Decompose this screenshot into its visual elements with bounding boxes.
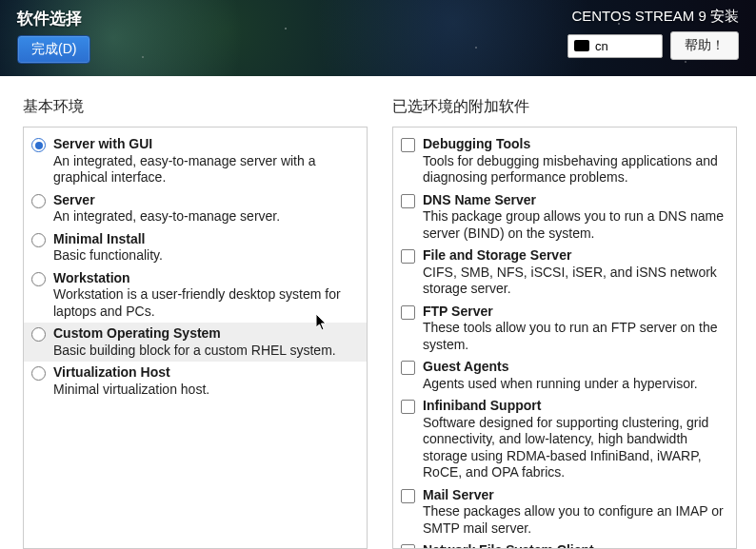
option-text: Debugging ToolsTools for debugging misbe… — [423, 136, 726, 186]
radio-button[interactable] — [31, 233, 46, 250]
option-text: File and Storage ServerCIFS, SMB, NFS, i… — [423, 247, 726, 298]
radio-button[interactable] — [31, 272, 46, 289]
radio-button[interactable] — [31, 138, 46, 155]
addons-heading: 已选环境的附加软件 — [392, 97, 737, 117]
base-environment-heading: 基本环境 — [23, 97, 368, 117]
option-text: WorkstationWorkstation is a user-friendl… — [53, 270, 357, 321]
option-description: This package group allows you to run a D… — [423, 208, 726, 242]
option-text: Infiniband SupportSoftware designed for … — [423, 398, 726, 481]
content-area: 基本环境 Server with GUIAn integrated, easy-… — [0, 76, 756, 549]
checkbox[interactable] — [401, 138, 415, 155]
option-description: These tools allow you to run an FTP serv… — [423, 320, 726, 353]
option-label: Mail Server — [423, 487, 726, 504]
keyboard-icon — [574, 40, 589, 51]
radio-button[interactable] — [31, 327, 46, 344]
checkbox[interactable] — [401, 361, 415, 378]
option-label: Infiniband Support — [423, 398, 726, 415]
option-description: Minimal virtualization host. — [53, 382, 209, 399]
option-label: Minimal Install — [53, 231, 163, 248]
option-text: Mail ServerThese packages allow you to c… — [423, 487, 726, 538]
option-text: DNS Name ServerThis package group allows… — [423, 192, 726, 243]
option-description: Software designed for supporting cluster… — [423, 415, 726, 481]
option-description: Workstation is a user-friendly desktop s… — [53, 286, 357, 320]
environment-option[interactable]: Virtualization HostMinimal virtualizatio… — [24, 362, 367, 401]
option-text: ServerAn integrated, easy-to-manage serv… — [53, 192, 280, 225]
option-description: Basic building block for a custom RHEL s… — [53, 343, 336, 360]
option-label: Debugging Tools — [423, 136, 726, 153]
option-description: Basic functionality. — [53, 247, 163, 265]
keyboard-layout-label: cn — [595, 39, 608, 53]
base-environment-column: 基本环境 Server with GUIAn integrated, easy-… — [23, 97, 368, 549]
option-text: Guest AgentsAgents used when running und… — [423, 359, 698, 392]
option-text: Custom Operating SystemBasic building bl… — [53, 325, 336, 359]
option-label: Virtualization Host — [53, 364, 209, 382]
addon-option[interactable]: Debugging ToolsTools for debugging misbe… — [393, 133, 736, 189]
option-label: DNS Name Server — [423, 192, 726, 209]
option-label: Workstation — [53, 270, 357, 287]
addon-option[interactable]: DNS Name ServerThis package group allows… — [393, 189, 736, 245]
radio-button[interactable] — [31, 194, 46, 211]
option-label: Guest Agents — [423, 359, 698, 376]
addon-option[interactable]: Infiniband SupportSoftware designed for … — [393, 395, 736, 484]
option-label: Custom Operating System — [53, 325, 336, 343]
option-text: Minimal InstallBasic functionality. — [53, 231, 163, 265]
option-description: Agents used when running under a hypervi… — [423, 376, 698, 393]
radio-button[interactable] — [31, 366, 46, 383]
header-bar: 软件选择 完成(D) CENTOS STREAM 9 安装 cn 帮助！ — [0, 0, 756, 76]
done-button[interactable]: 完成(D) — [17, 35, 90, 64]
checkbox[interactable] — [401, 489, 415, 506]
option-label: Network File System Client — [423, 542, 711, 549]
environment-option[interactable]: Custom Operating SystemBasic building bl… — [24, 323, 367, 362]
option-text: Network File System ClientEnables the sy… — [423, 542, 711, 549]
checkbox[interactable] — [401, 305, 415, 323]
installer-title: CENTOS STREAM 9 安装 — [571, 8, 739, 26]
addon-option[interactable]: FTP ServerThese tools allow you to run a… — [393, 301, 736, 357]
addon-option[interactable]: Guest AgentsAgents used when running und… — [393, 356, 736, 395]
addons-column: 已选环境的附加软件 Debugging ToolsTools for debug… — [392, 97, 737, 549]
keyboard-layout-selector[interactable]: cn — [567, 34, 663, 58]
environment-option[interactable]: ServerAn integrated, easy-to-manage serv… — [24, 189, 367, 228]
environment-option[interactable]: Server with GUIAn integrated, easy-to-ma… — [24, 133, 367, 189]
option-description: Tools for debugging misbehaving applicat… — [423, 153, 726, 186]
option-label: Server with GUI — [53, 136, 357, 153]
option-description: An integrated, easy-to-manage server wit… — [53, 153, 357, 186]
option-text: FTP ServerThese tools allow you to run a… — [423, 304, 726, 354]
addon-option[interactable]: Network File System ClientEnables the sy… — [393, 539, 736, 549]
checkbox[interactable] — [401, 400, 415, 417]
addon-option[interactable]: File and Storage ServerCIFS, SMB, NFS, i… — [393, 245, 736, 301]
addons-list[interactable]: Debugging ToolsTools for debugging misbe… — [392, 127, 737, 549]
option-description: CIFS, SMB, NFS, iSCSI, iSER, and iSNS ne… — [423, 265, 726, 298]
checkbox[interactable] — [401, 249, 415, 266]
environment-option[interactable]: Minimal InstallBasic functionality. — [24, 228, 367, 267]
option-label: FTP Server — [423, 304, 726, 321]
option-text: Server with GUIAn integrated, easy-to-ma… — [53, 136, 357, 186]
checkbox[interactable] — [401, 544, 415, 549]
page-title: 软件选择 — [17, 8, 90, 29]
option-description: An integrated, easy-to-manage server. — [53, 208, 280, 225]
option-label: Server — [53, 192, 280, 209]
checkbox[interactable] — [401, 194, 415, 211]
addon-option[interactable]: Mail ServerThese packages allow you to c… — [393, 484, 736, 540]
option-label: File and Storage Server — [423, 247, 726, 265]
help-button[interactable]: 帮助！ — [670, 31, 739, 60]
base-environment-list[interactable]: Server with GUIAn integrated, easy-to-ma… — [23, 127, 368, 549]
option-description: These packages allow you to configure an… — [423, 503, 726, 537]
option-text: Virtualization HostMinimal virtualizatio… — [53, 364, 209, 398]
environment-option[interactable]: WorkstationWorkstation is a user-friendl… — [24, 267, 367, 324]
